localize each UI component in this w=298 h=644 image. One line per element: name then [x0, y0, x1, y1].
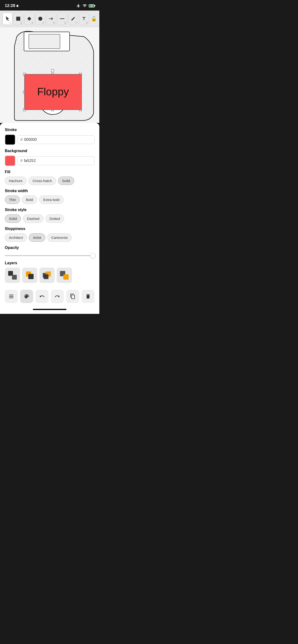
- tool-line[interactable]: 6: [57, 12, 67, 25]
- stroke-style-section: Stroke style Solid Dashed Dotted: [5, 208, 95, 223]
- tool-diamond[interactable]: 3: [24, 12, 34, 25]
- background-section: Background #: [5, 149, 95, 166]
- stroke-width-options: Thin Bold Extra bold: [5, 196, 95, 204]
- svg-rect-23: [28, 274, 34, 279]
- undo-icon: [39, 294, 45, 299]
- stroke-label: Stroke: [5, 128, 95, 132]
- layer-2-icon: [25, 270, 35, 280]
- layer-item-1[interactable]: [5, 268, 20, 283]
- properties-panel: Stroke # Background # Fill Hachure Cross…: [0, 123, 99, 307]
- home-bar: [33, 309, 66, 310]
- layer-4-icon: [59, 270, 70, 280]
- fill-section: Fill Hachure Cross-hatch Solid: [5, 170, 95, 185]
- text-icon: [82, 16, 86, 21]
- canvas[interactable]: Floppy: [0, 27, 99, 123]
- airplane-icon: [76, 4, 81, 8]
- menu-icon: [9, 294, 14, 299]
- svg-rect-21: [12, 275, 17, 280]
- status-bar: 12:28 ⚡: [0, 0, 99, 10]
- svg-rect-30: [9, 296, 14, 297]
- diamond-icon: [27, 16, 32, 21]
- copy-button[interactable]: [66, 290, 79, 303]
- redo-icon: [54, 294, 60, 299]
- copy-icon: [70, 294, 76, 299]
- rect-icon: [16, 16, 21, 21]
- svg-rect-31: [9, 298, 14, 298]
- stroke-color-row: #: [5, 134, 95, 145]
- opacity-slider-thumb[interactable]: [90, 253, 95, 258]
- fill-cross-hatch[interactable]: Cross-hatch: [29, 176, 56, 185]
- stroke-style-dotted[interactable]: Dotted: [45, 214, 64, 223]
- tool-text[interactable]: 8: [79, 12, 89, 25]
- opacity-slider-track[interactable]: [5, 255, 95, 256]
- stroke-hash: #: [20, 138, 23, 142]
- background-hex-input[interactable]: [24, 158, 91, 163]
- tool-ellipse[interactable]: 4: [35, 12, 45, 25]
- style-button[interactable]: [20, 290, 33, 303]
- tool-pencil[interactable]: 7: [68, 12, 78, 25]
- stroke-style-dashed[interactable]: Dashed: [23, 214, 43, 223]
- layer-item-3[interactable]: [39, 268, 55, 283]
- svg-point-17: [51, 69, 54, 72]
- layers-label: Layers: [5, 261, 95, 265]
- sloppiness-options: Architect Artist Cartoonist: [5, 233, 95, 242]
- svg-rect-0: [16, 17, 20, 21]
- svg-rect-6: [29, 34, 60, 49]
- arrow-icon: [49, 16, 54, 21]
- layers-section: Layers: [5, 261, 95, 283]
- layer-item-4[interactable]: [57, 268, 72, 283]
- stroke-hex-wrapper: #: [17, 135, 95, 144]
- fill-solid[interactable]: Solid: [58, 176, 74, 185]
- background-hash: #: [20, 158, 23, 163]
- status-icons: ⚡: [76, 4, 95, 8]
- menu-button[interactable]: [5, 290, 18, 303]
- fill-label: Fill: [5, 170, 95, 174]
- fill-options: Hachure Cross-hatch Solid: [5, 176, 95, 185]
- svg-rect-28: [63, 274, 69, 280]
- tool-select[interactable]: 1: [3, 12, 13, 25]
- home-indicator-area: [0, 307, 99, 314]
- sloppiness-cartoonist[interactable]: Cartoonist: [47, 233, 72, 242]
- stroke-style-options: Solid Dashed Dotted: [5, 214, 95, 223]
- sloppiness-architect[interactable]: Architect: [5, 233, 27, 242]
- background-color-swatch[interactable]: [5, 156, 15, 166]
- sloppiness-artist[interactable]: Artist: [29, 233, 45, 242]
- tool-arrow[interactable]: 5: [46, 12, 56, 25]
- stroke-style-solid[interactable]: Solid: [5, 214, 21, 223]
- stroke-extra-bold[interactable]: Extra bold: [39, 196, 64, 204]
- wifi-icon: [83, 4, 87, 8]
- stroke-style-label: Stroke style: [5, 208, 95, 212]
- opacity-label: Opacity: [5, 246, 95, 250]
- fill-hachure[interactable]: Hachure: [5, 176, 27, 185]
- stroke-section: Stroke #: [5, 128, 95, 145]
- sloppiness-label: Sloppiness: [5, 227, 95, 231]
- layer-1-icon: [7, 270, 18, 280]
- background-hex-wrapper: #: [17, 156, 95, 165]
- tool-rect[interactable]: 2: [14, 12, 24, 25]
- layer-3-icon: [42, 270, 52, 280]
- delete-button[interactable]: [82, 290, 95, 303]
- battery-icon: ⚡: [89, 4, 95, 8]
- drawing-svg: Floppy: [0, 27, 99, 123]
- stroke-width-section: Stroke width Thin Bold Extra bold: [5, 189, 95, 204]
- lock-icon[interactable]: 🔓: [91, 16, 97, 22]
- cursor-icon: [5, 16, 10, 21]
- background-label: Background: [5, 149, 95, 153]
- action-bar: [5, 287, 95, 307]
- palette-icon: [24, 294, 30, 299]
- svg-rect-29: [9, 295, 14, 296]
- stroke-bold[interactable]: Bold: [22, 196, 37, 204]
- svg-rect-26: [44, 274, 49, 279]
- location-icon: [16, 4, 19, 7]
- stroke-color-swatch[interactable]: [5, 134, 15, 145]
- stroke-thin[interactable]: Thin: [5, 196, 20, 204]
- svg-text:Floppy: Floppy: [37, 86, 69, 98]
- stroke-hex-input[interactable]: [24, 138, 91, 142]
- layer-item-2[interactable]: [22, 268, 37, 283]
- pencil-icon: [71, 16, 76, 21]
- redo-button[interactable]: [51, 290, 64, 303]
- toolbar: 1 2 3 4 5 6 7: [0, 10, 99, 27]
- undo-button[interactable]: [36, 290, 49, 303]
- opacity-section: Opacity: [5, 246, 95, 257]
- sloppiness-section: Sloppiness Architect Artist Cartoonist: [5, 227, 95, 242]
